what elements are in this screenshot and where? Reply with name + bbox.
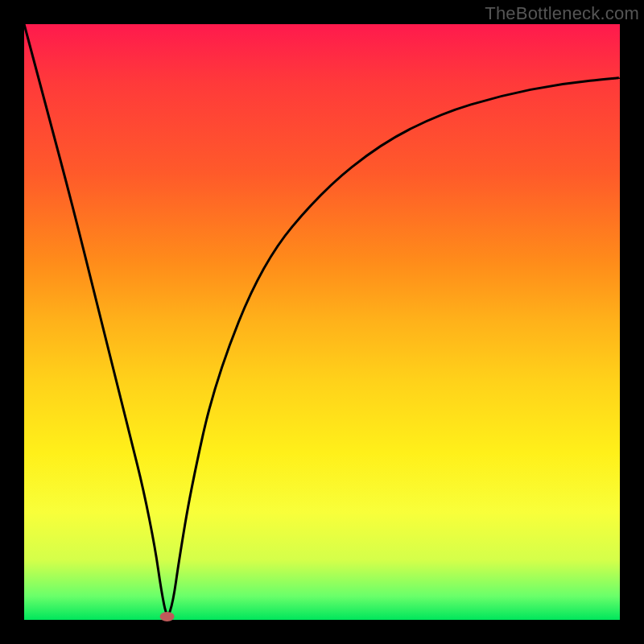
bottleneck-curve-path [24, 24, 620, 614]
bottleneck-curve-svg [24, 24, 620, 620]
plot-area [24, 24, 620, 620]
chart-container: TheBottleneck.com [0, 0, 644, 644]
min-marker [160, 612, 175, 621]
watermark-text: TheBottleneck.com [485, 3, 639, 24]
